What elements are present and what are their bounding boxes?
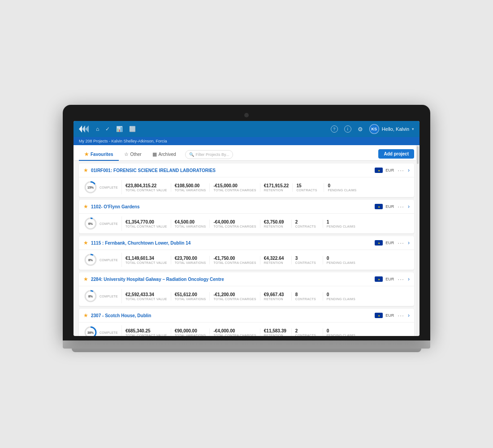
project-title[interactable]: 01IRF001: FORENSIC SCIENCE IRELAND LABOR… [91, 168, 372, 173]
project-stats: 8% COMPLETE €1,149,601.34 TOTAL CONTRACT… [79, 250, 414, 270]
contra-charges-value: -€4,000.00 [213, 220, 256, 224]
eu-flag-icon: ★ [375, 276, 383, 282]
retention-value: €4,322.64 [264, 256, 288, 261]
complete-stat: 15% COMPLETE [83, 180, 122, 194]
pending-claims-value: 0 [327, 292, 355, 297]
pending-claims-value: 0 [327, 256, 355, 261]
currency-badge: EUR [385, 168, 394, 172]
more-options-button[interactable]: ··· [397, 167, 405, 174]
contra-charges-stat: -€15,000.00 TOTAL CONTRA CHARGES [210, 183, 260, 192]
tab-archived[interactable]: ▦ Archived [147, 149, 182, 161]
more-options-button[interactable]: ··· [397, 239, 405, 246]
variations-value: €4,500.00 [175, 220, 206, 224]
circle-labels: COMPLETE [99, 295, 118, 298]
chevron-right-icon[interactable]: › [408, 276, 410, 282]
chevron-right-icon[interactable]: › [408, 312, 410, 319]
variations-stat: €108,500.00 TOTAL VARIATIONS [171, 183, 210, 192]
screen: ⌂ ✓ 📊 ⬜ ? i ⚙ KS Hello, Kalvin ▾ [74, 121, 419, 336]
user-menu[interactable]: KS Hello, Kalvin ▾ [369, 124, 414, 134]
pending-claims-value: 1 [327, 220, 355, 224]
search-box[interactable]: 🔍 Filter Projects By... [185, 150, 234, 159]
contract-value: €2,592,433.34 [125, 292, 167, 297]
variations-value: €51,612.00 [175, 292, 206, 297]
scrollbar-thumb[interactable] [417, 146, 419, 164]
chevron-right-icon[interactable]: › [408, 240, 410, 246]
contra-charges-value: -€4,000.00 [213, 328, 256, 333]
project-title[interactable]: 2284: University Hospital Galway – Radia… [91, 277, 372, 282]
eu-flag-icon: ★ [375, 204, 383, 209]
retention-value: €3,750.69 [264, 220, 288, 224]
variations-stat: €4,500.00 TOTAL VARIATIONS [171, 220, 210, 228]
contract-value-label: TOTAL CONTRACT VALUE [125, 189, 167, 192]
project-stats: 15% COMPLETE €23,804,315.22 TOTAL CONTRA… [79, 177, 414, 197]
more-options-button[interactable]: ··· [397, 203, 405, 210]
svg-marker-2 [85, 125, 89, 133]
variations-label: TOTAL VARIATIONS [175, 189, 206, 192]
contracts-value: 2 [295, 328, 319, 333]
settings-icon[interactable]: ⚙ [358, 126, 363, 133]
breadcrumb: My 208 Projects - Kalvin Shelley-Atkinso… [74, 137, 419, 145]
retention-stat: €3,750.69 RETENTION [260, 220, 292, 228]
scrollbar-track[interactable] [416, 145, 419, 336]
pending-claims-stat: 1 PENDING CLAIMS [323, 220, 359, 228]
contracts-value: 3 [295, 256, 319, 261]
project-header: ★ 2284: University Hospital Galway – Rad… [79, 272, 414, 286]
complete-label: COMPLETE [99, 222, 118, 225]
contra-charges-stat: -€1,750.00 TOTAL CONTRA CHARGES [210, 256, 260, 264]
pending-claims-stat: 0 PENDING CLAIMS [323, 256, 359, 264]
app-logo[interactable] [79, 125, 89, 133]
retention-stat: €171,915.22 RETENTION [260, 183, 293, 192]
chevron-right-icon[interactable]: › [408, 203, 410, 210]
project-title[interactable]: 1102- O'Flynn Gardens [91, 204, 372, 209]
check-icon[interactable]: ✓ [105, 126, 110, 132]
chart-icon[interactable]: 📊 [116, 126, 123, 132]
favourite-star-icon[interactable]: ★ [83, 240, 88, 246]
contract-value: €23,804,315.22 [125, 183, 167, 188]
favourite-star-icon[interactable]: ★ [83, 167, 88, 173]
contracts-stat: 2 CONTRACTS [292, 328, 323, 336]
retention-value: €171,915.22 [264, 183, 289, 188]
project-title[interactable]: 1115 : Fernbank, Churchtown Lower, Dubli… [91, 241, 372, 246]
variations-value: €90,000.00 [175, 328, 206, 333]
chevron-right-icon[interactable]: › [408, 167, 410, 173]
currency-badge: EUR [385, 241, 394, 245]
favourite-star-icon[interactable]: ★ [83, 203, 88, 210]
pending-claims-label: PENDING CLAIMS [327, 225, 355, 228]
main-content[interactable]: ★ Favourites ☆ Other ▦ Archived 🔍 [74, 145, 419, 336]
progress-circle: 6% [83, 216, 98, 231]
tab-favourites[interactable]: ★ Favourites [79, 149, 119, 161]
add-project-button[interactable]: Add project [378, 149, 414, 159]
info-icon[interactable]: i [344, 125, 351, 133]
help-icon[interactable]: ? [331, 125, 338, 133]
contract-value-stat: €685,340.25 TOTAL CONTRACT VALUE [122, 328, 171, 336]
contra-charges-value: -€1,750.00 [213, 256, 256, 261]
project-title[interactable]: 2307 - Scotch House, Dublin [91, 313, 372, 318]
document-icon[interactable]: ⬜ [129, 126, 136, 132]
variations-label: TOTAL VARIATIONS [175, 297, 206, 301]
retention-value: €11,583.39 [264, 328, 288, 333]
variations-stat: €23,700.00 TOTAL VARIATIONS [171, 256, 210, 264]
tab-other-label: Other [130, 152, 142, 157]
contra-charges-value: -€15,000.00 [213, 183, 256, 188]
contract-value-stat: €1,149,601.34 TOTAL CONTRACT VALUE [122, 256, 171, 264]
progress-text: 38% [87, 331, 94, 334]
project-header: ★ 1115 : Fernbank, Churchtown Lower, Dub… [79, 236, 414, 250]
eu-flag-icon: ★ [375, 313, 383, 318]
home-icon[interactable]: ⌂ [96, 126, 99, 132]
circle-labels: COMPLETE [99, 186, 118, 189]
contracts-value: 2 [295, 220, 319, 224]
favourite-star-icon[interactable]: ★ [83, 312, 88, 319]
retention-label: RETENTION [264, 189, 289, 192]
screen-bezel: ⌂ ✓ 📊 ⬜ ? i ⚙ KS Hello, Kalvin ▾ [63, 105, 430, 340]
more-options-button[interactable]: ··· [397, 276, 405, 283]
complete-label: COMPLETE [99, 186, 118, 189]
archive-icon: ▦ [152, 151, 157, 157]
star-outline-icon: ☆ [124, 151, 129, 157]
user-greeting: Hello, Kalvin [382, 126, 409, 132]
contracts-stat: 3 CONTRACTS [292, 256, 323, 264]
project-card-1102: ★ 1102- O'Flynn Gardens ★ EUR ··· › [79, 200, 414, 233]
more-options-button[interactable]: ··· [397, 312, 405, 319]
favourite-star-icon[interactable]: ★ [83, 276, 88, 282]
contract-value: €1,149,601.34 [125, 256, 167, 261]
tab-other[interactable]: ☆ Other [119, 149, 147, 161]
